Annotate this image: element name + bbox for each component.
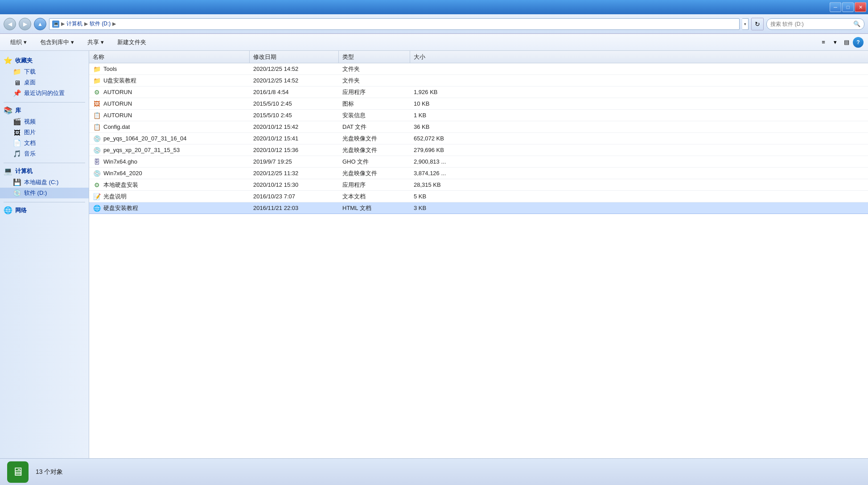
file-list: 📁 Tools 2020/12/25 14:52 文件夹 📁 U盘安装教程 20…: [89, 63, 868, 458]
table-row[interactable]: 📝 光盘说明 2016/10/23 7:07 文本文档 5 KB: [89, 191, 868, 202]
sidebar-item-music[interactable]: 🎵 音乐: [0, 148, 89, 159]
status-icon: 🖥: [7, 461, 29, 483]
sidebar-item-pictures[interactable]: 🖼 图片: [0, 127, 89, 138]
organize-button[interactable]: 组织 ▾: [4, 36, 33, 49]
sidebar-item-downloads[interactable]: 📁 下载: [0, 66, 89, 77]
breadcrumb-computer[interactable]: 计算机: [66, 20, 82, 28]
up-button[interactable]: ▲: [34, 18, 46, 30]
sidebar-divider-3: [4, 202, 85, 202]
title-bar: ─ □ ✕: [0, 0, 868, 14]
file-icon: 📁: [93, 77, 101, 85]
search-icon[interactable]: 🔍: [853, 21, 860, 27]
recent-icon: 📌: [12, 89, 21, 97]
library-label: 库: [15, 107, 21, 115]
computer-icon: 💻: [52, 21, 59, 28]
table-row[interactable]: 🌐 硬盘安装教程 2016/11/21 22:03 HTML 文档 3 KB: [89, 202, 868, 214]
file-name: 本地硬盘安装: [103, 181, 138, 189]
breadcrumb-dropdown[interactable]: ▾: [742, 18, 749, 30]
forward-button[interactable]: ▶: [19, 18, 31, 30]
table-row[interactable]: 📁 U盘安装教程 2020/12/25 14:52 文件夹: [89, 75, 868, 86]
maximize-button[interactable]: □: [842, 2, 854, 12]
computer-label: 计算机: [15, 167, 33, 175]
table-row[interactable]: ⚙ 本地硬盘安装 2020/10/12 15:30 应用程序 28,315 KB: [89, 179, 868, 191]
sidebar-group-computer[interactable]: 💻 计算机: [0, 165, 89, 177]
refresh-button[interactable]: ↻: [751, 18, 764, 30]
sidebar-item-video[interactable]: 🎬 视频: [0, 116, 89, 127]
network-icon: 🌐: [4, 206, 12, 214]
view-dropdown[interactable]: ▾: [830, 37, 840, 48]
view-list-button[interactable]: ≡: [818, 37, 829, 48]
sidebar-group-favorites[interactable]: ⭐ 收藏夹: [0, 54, 89, 66]
col-size[interactable]: 大小: [410, 51, 464, 63]
file-modified-cell: 2016/10/23 7:07: [250, 191, 339, 202]
file-type-cell: 光盘映像文件: [339, 144, 410, 156]
table-row[interactable]: 💿 pe_yqs_1064_20_07_31_16_04 2020/10/12 …: [89, 133, 868, 144]
music-icon: 🎵: [12, 150, 21, 158]
table-row[interactable]: ⚙ AUTORUN 2016/1/8 4:54 应用程序 1,926 KB: [89, 86, 868, 98]
sidebar-section-network: 🌐 网络: [0, 204, 89, 216]
file-modified-cell: 2020/12/25 11:32: [250, 168, 339, 179]
sidebar-item-drive-d[interactable]: 💿 软件 (D:): [0, 188, 89, 198]
sidebar-group-library[interactable]: 📚 库: [0, 104, 89, 116]
file-modified-cell: 2016/1/8 4:54: [250, 86, 339, 98]
sidebar-group-network[interactable]: 🌐 网络: [0, 204, 89, 216]
file-icon: 🌐: [93, 204, 101, 212]
close-button[interactable]: ✕: [855, 2, 866, 12]
file-type-cell: DAT 文件: [339, 121, 410, 132]
col-name[interactable]: 名称: [89, 51, 250, 63]
toolbar: 组织 ▾ 包含到库中 ▾ 共享 ▾ 新建文件夹 ≡ ▾ ▤ ?: [0, 34, 868, 51]
search-bar[interactable]: 🔍: [766, 18, 864, 30]
file-modified-cell: 2015/5/10 2:45: [250, 110, 339, 121]
table-row[interactable]: 💿 pe_yqs_xp_20_07_31_15_53 2020/10/12 15…: [89, 144, 868, 156]
file-type-cell: 文本文档: [339, 191, 410, 202]
minimize-button[interactable]: ─: [830, 2, 841, 12]
file-name: Win7x64_2020: [103, 170, 142, 177]
include-library-button[interactable]: 包含到库中 ▾: [34, 36, 80, 49]
favorites-icon: ⭐: [4, 56, 12, 65]
breadcrumb-bar[interactable]: 💻 ▶ 计算机 ▶ 软件 (D:) ▶: [49, 18, 740, 30]
file-size-cell: [410, 63, 464, 74]
breadcrumb-drive[interactable]: 软件 (D:): [90, 20, 111, 28]
table-row[interactable]: 📋 AUTORUN 2015/5/10 2:45 安装信息 1 KB: [89, 110, 868, 121]
table-row[interactable]: 📋 Config.dat 2020/10/12 15:42 DAT 文件 36 …: [89, 121, 868, 133]
file-modified-cell: 2020/10/12 15:42: [250, 121, 339, 132]
file-size-cell: 28,315 KB: [410, 179, 464, 190]
help-button[interactable]: ?: [853, 37, 864, 48]
table-row[interactable]: 📁 Tools 2020/12/25 14:52 文件夹: [89, 63, 868, 75]
file-size-cell: 2,900,813 ...: [410, 156, 464, 167]
file-icon: 📝: [93, 193, 101, 201]
file-type-cell: 文件夹: [339, 75, 410, 86]
sidebar-divider-2: [4, 163, 85, 163]
table-row[interactable]: 💿 Win7x64_2020 2020/12/25 11:32 光盘映像文件 3…: [89, 168, 868, 179]
file-type-cell: 安装信息: [339, 110, 410, 121]
new-folder-button[interactable]: 新建文件夹: [111, 36, 152, 49]
file-icon: ⚙: [93, 88, 101, 96]
table-row[interactable]: 🗄 Win7x64.gho 2019/9/7 19:25 GHO 文件 2,90…: [89, 156, 868, 168]
computer-group-icon: 💻: [4, 167, 12, 175]
search-input[interactable]: [770, 21, 852, 27]
file-modified-cell: 2015/5/10 2:45: [250, 98, 339, 109]
file-size-cell: 3,874,126 ...: [410, 168, 464, 179]
preview-pane-button[interactable]: ▤: [841, 37, 852, 48]
file-type-cell: 图标: [339, 98, 410, 109]
table-row[interactable]: 🖼 AUTORUN 2015/5/10 2:45 图标 10 KB: [89, 98, 868, 110]
col-type[interactable]: 类型: [339, 51, 410, 63]
col-modified[interactable]: 修改日期: [250, 51, 339, 63]
sidebar-item-recent[interactable]: 📌 最近访问的位置: [0, 88, 89, 99]
file-name-cell: 🌐 硬盘安装教程: [89, 202, 250, 214]
sidebar-item-documents[interactable]: 📄 文档: [0, 138, 89, 148]
sidebar-item-drive-c[interactable]: 💾 本地磁盘 (C:): [0, 177, 89, 188]
file-icon: 💿: [93, 169, 101, 177]
file-size-cell: 1 KB: [410, 110, 464, 121]
file-name: U盘安装教程: [103, 77, 136, 85]
address-bar: ◀ ▶ ▲ 💻 ▶ 计算机 ▶ 软件 (D:) ▶ ▾ ↻ 🔍: [0, 14, 868, 34]
file-icon: 🖼: [93, 100, 101, 108]
share-button[interactable]: 共享 ▾: [82, 36, 110, 49]
file-name: AUTORUN: [103, 112, 132, 119]
file-name-cell: 🗄 Win7x64.gho: [89, 156, 250, 167]
sidebar-item-desktop[interactable]: 🖥 桌面: [0, 77, 89, 88]
file-icon: 💿: [93, 135, 101, 143]
file-name: Config.dat: [103, 123, 130, 130]
back-button[interactable]: ◀: [4, 18, 16, 30]
drive-c-icon: 💾: [12, 178, 21, 186]
